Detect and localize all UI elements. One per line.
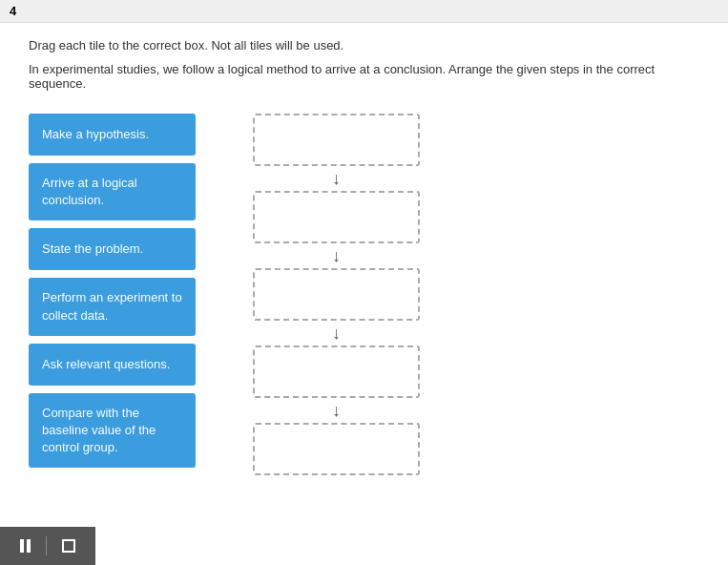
drop-box-2[interactable]: [253, 191, 420, 243]
content-area: Drag each tile to the correct box. Not a…: [0, 23, 728, 491]
tile-make-hypothesis[interactable]: Make a hypothesis.: [29, 114, 196, 156]
drop-box-5[interactable]: [253, 423, 420, 475]
tiles-column: Make a hypothesis. Arrive at a logical c…: [29, 114, 196, 468]
tile-arrive-conclusion[interactable]: Arrive at a logical conclusion.: [29, 163, 196, 220]
drop-column: ↓ ↓ ↓ ↓: [253, 114, 420, 475]
arrow-4: ↓: [332, 398, 341, 423]
tile-compare-baseline[interactable]: Compare with the baseline value of the c…: [29, 393, 196, 469]
tile-perform-experiment[interactable]: Perform an experiment to collect data.: [29, 278, 196, 335]
arrow-3: ↓: [332, 321, 341, 345]
bottom-bar: [0, 527, 95, 565]
instruction-line2: In experimental studies, we follow a log…: [29, 62, 699, 91]
pause-icon: [20, 539, 31, 553]
question-number-bar: 4: [0, 0, 728, 23]
arrow-1: ↓: [332, 166, 341, 191]
drop-box-3[interactable]: [253, 268, 420, 321]
drag-area: Make a hypothesis. Arrive at a logical c…: [29, 114, 699, 475]
question-number: 4: [10, 4, 16, 18]
instruction-line1: Drag each tile to the correct box. Not a…: [29, 38, 699, 52]
drop-box-4[interactable]: [253, 345, 420, 398]
drop-box-1[interactable]: [253, 114, 420, 166]
tile-ask-questions[interactable]: Ask relevant questions.: [29, 344, 196, 386]
layout-button[interactable]: [62, 539, 75, 553]
tile-state-problem[interactable]: State the problem.: [29, 228, 196, 270]
arrow-2: ↓: [332, 243, 341, 268]
divider: [46, 536, 47, 555]
square-icon: [62, 539, 75, 553]
pause-button[interactable]: [20, 539, 31, 553]
